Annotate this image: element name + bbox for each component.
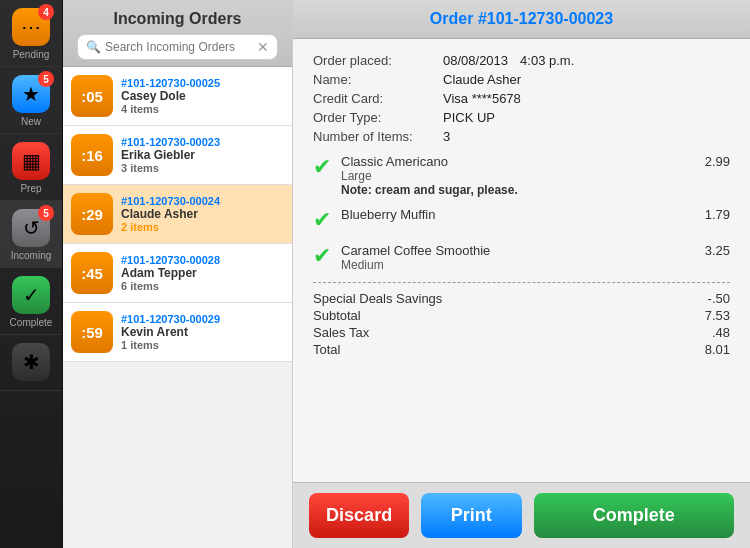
order-number: #101-120730-00029: [121, 313, 284, 325]
detail-footer: Discard Print Complete: [293, 482, 750, 548]
totals-divider: [313, 282, 730, 283]
order-info: #101-120730-00023Erika Giebler3 items: [121, 136, 284, 174]
order-items-count: 6 items: [121, 280, 284, 292]
detail-title-suffix: 00023: [569, 10, 614, 27]
order-items-count: 2 items: [121, 221, 284, 233]
order-line-info: Blueberry Muffin: [341, 207, 695, 222]
order-line-price: 1.79: [705, 207, 730, 222]
sidebar-item-pending[interactable]: ⋯4Pending: [0, 0, 62, 67]
detail-header: Order #101-12730-00023: [293, 0, 750, 39]
order-time-badge: :29: [71, 193, 113, 235]
info-order-placed: Order placed: 08/08/2013 4:03 p.m.: [313, 53, 730, 68]
pending-label: Pending: [13, 49, 50, 60]
order-time-badge: :45: [71, 252, 113, 294]
num-items-value: 3: [443, 129, 450, 144]
line-items-section: ✔Classic AmericanoLargeNote: cream and s…: [313, 154, 730, 272]
incoming-label: Incoming: [11, 250, 52, 261]
discard-button[interactable]: Discard: [309, 493, 409, 538]
order-item[interactable]: :16#101-120730-00023Erika Giebler3 items: [63, 126, 292, 185]
special-deals-row: Special Deals Savings -.50: [313, 291, 730, 306]
order-time-badge: :16: [71, 134, 113, 176]
pending-badge: 4: [38, 4, 54, 20]
order-placed-date: 08/08/2013: [443, 53, 508, 68]
order-item[interactable]: :45#101-120730-00028Adam Tepper6 items: [63, 244, 292, 303]
order-name: Casey Dole: [121, 89, 284, 103]
credit-card-value: Visa ****5678: [443, 91, 521, 106]
order-type-label: Order Type:: [313, 110, 443, 125]
total-label: Total: [313, 342, 340, 357]
settings-icon: ✱: [12, 343, 50, 381]
print-button[interactable]: Print: [421, 493, 521, 538]
subtotal-row: Subtotal 7.53: [313, 308, 730, 323]
detail-title-prefix: Order #101-12730-: [430, 10, 569, 27]
check-icon: ✔: [313, 243, 331, 269]
order-number: #101-120730-00024: [121, 195, 284, 207]
sidebar-item-incoming[interactable]: ↺5Incoming: [0, 201, 62, 268]
check-icon: ✔: [313, 207, 331, 233]
order-type-value: PICK UP: [443, 110, 495, 125]
sidebar-item-prep[interactable]: ▦Prep: [0, 134, 62, 201]
order-number: #101-120730-00028: [121, 254, 284, 266]
pending-icon: ⋯4: [12, 8, 50, 46]
num-items-label: Number of Items:: [313, 129, 443, 144]
order-line-item: ✔Classic AmericanoLargeNote: cream and s…: [313, 154, 730, 197]
order-item[interactable]: :29#101-120730-00024Claude Asher2 items: [63, 185, 292, 244]
order-line-item: ✔Blueberry Muffin1.79: [313, 207, 730, 233]
info-credit-card: Credit Card: Visa ****5678: [313, 91, 730, 106]
name-label: Name:: [313, 72, 443, 87]
order-line-info: Caramel Coffee SmoothieMedium: [341, 243, 695, 272]
sidebar-item-settings[interactable]: ✱: [0, 335, 62, 391]
total-row: Total 8.01: [313, 342, 730, 357]
order-line-price: 2.99: [705, 154, 730, 169]
order-items-count: 3 items: [121, 162, 284, 174]
info-name: Name: Claude Asher: [313, 72, 730, 87]
order-item[interactable]: :05#101-120730-00025Casey Dole4 items: [63, 67, 292, 126]
check-icon: ✔: [313, 154, 331, 180]
subtotal-value: 7.53: [705, 308, 730, 323]
sidebar-item-complete[interactable]: ✓Complete: [0, 268, 62, 335]
detail-content: Order placed: 08/08/2013 4:03 p.m. Name:…: [293, 39, 750, 482]
order-time-badge: :05: [71, 75, 113, 117]
credit-card-label: Credit Card:: [313, 91, 443, 106]
order-placed-time: 4:03 p.m.: [520, 53, 574, 68]
order-info: #101-120730-00029Kevin Arent1 items: [121, 313, 284, 351]
order-line-price: 3.25: [705, 243, 730, 258]
order-line-note: Note: cream and sugar, please.: [341, 183, 695, 197]
prep-icon: ▦: [12, 142, 50, 180]
order-name: Kevin Arent: [121, 325, 284, 339]
new-badge: 5: [38, 71, 54, 87]
search-icon: 🔍: [86, 40, 101, 54]
order-info: #101-120730-00028Adam Tepper6 items: [121, 254, 284, 292]
special-deals-label: Special Deals Savings: [313, 291, 442, 306]
order-line-name: Blueberry Muffin: [341, 207, 695, 222]
order-info: #101-120730-00025Casey Dole4 items: [121, 77, 284, 115]
search-input[interactable]: [105, 40, 257, 54]
order-items-count: 4 items: [121, 103, 284, 115]
order-placed-label: Order placed:: [313, 53, 443, 68]
totals-section: Special Deals Savings -.50 Subtotal 7.53…: [313, 291, 730, 357]
sales-tax-row: Sales Tax .48: [313, 325, 730, 340]
new-label: New: [21, 116, 41, 127]
order-line-name: Classic Americano: [341, 154, 695, 169]
info-order-type: Order Type: PICK UP: [313, 110, 730, 125]
detail-title: Order #101-12730-00023: [313, 10, 730, 28]
order-line-info: Classic AmericanoLargeNote: cream and su…: [341, 154, 695, 197]
orders-panel: Incoming Orders 🔍 ✕ :05#101-120730-00025…: [63, 0, 293, 548]
order-time-badge: :59: [71, 311, 113, 353]
order-item[interactable]: :59#101-120730-00029Kevin Arent1 items: [63, 303, 292, 362]
order-info: #101-120730-00024Claude Asher2 items: [121, 195, 284, 233]
complete-button[interactable]: Complete: [534, 493, 735, 538]
complete-label: Complete: [10, 317, 53, 328]
search-bar[interactable]: 🔍 ✕: [77, 34, 278, 60]
order-line-name: Caramel Coffee Smoothie: [341, 243, 695, 258]
incoming-badge: 5: [38, 205, 54, 221]
new-icon: ★5: [12, 75, 50, 113]
clear-search-icon[interactable]: ✕: [257, 39, 269, 55]
name-value: Claude Asher: [443, 72, 521, 87]
order-number: #101-120730-00023: [121, 136, 284, 148]
complete-icon: ✓: [12, 276, 50, 314]
sidebar-item-new[interactable]: ★5New: [0, 67, 62, 134]
info-num-items: Number of Items: 3: [313, 129, 730, 144]
order-name: Claude Asher: [121, 207, 284, 221]
order-line-sub: Large: [341, 169, 695, 183]
